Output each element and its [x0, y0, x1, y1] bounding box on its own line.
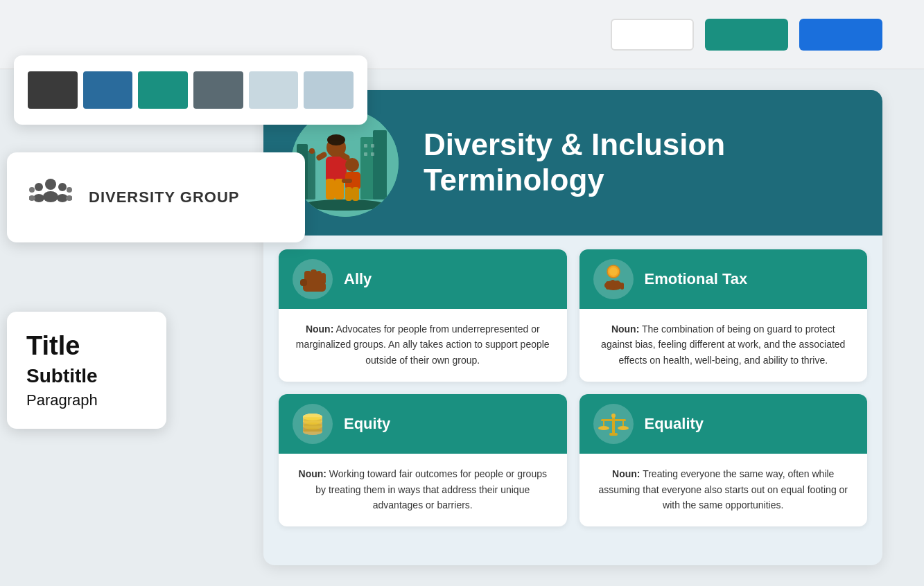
emotional-tax-card-header: Emotional Tax — [579, 249, 868, 309]
equality-term-label: Equality — [645, 415, 704, 433]
svg-rect-30 — [352, 187, 359, 201]
svg-point-6 — [29, 187, 35, 193]
presentation-title: Diversity & InclusionTerminology — [424, 127, 725, 197]
svg-rect-44 — [616, 281, 620, 290]
svg-point-2 — [35, 183, 43, 191]
svg-rect-31 — [342, 179, 352, 183]
svg-rect-61 — [609, 433, 618, 436]
diversity-group-panel: DIVERSITY GROUP — [7, 152, 305, 242]
chrome-button-white[interactable] — [611, 19, 694, 51]
emotional-tax-noun-label: Noun: — [611, 323, 639, 335]
ally-icon-circle — [293, 259, 333, 299]
svg-point-19 — [303, 199, 386, 211]
palette-swatch-2[interactable] — [83, 71, 133, 109]
equality-icon-circle — [593, 404, 634, 444]
svg-rect-45 — [620, 283, 624, 290]
equality-noun-label: Noun: — [612, 468, 640, 479]
main-presentation: Diversity & InclusionTerminology — [263, 90, 882, 565]
equity-noun-label: Noun: — [299, 468, 326, 479]
ally-card-header: Ally — [279, 249, 567, 309]
svg-rect-14 — [373, 130, 387, 199]
svg-rect-62 — [601, 419, 626, 421]
emotional-tax-card-body: Noun: The combination of being on guard … — [579, 309, 868, 382]
svg-rect-25 — [326, 179, 335, 199]
color-palette-panel — [14, 55, 367, 125]
diversity-group-label: DIVERSITY GROUP — [89, 188, 240, 206]
svg-rect-18 — [371, 152, 374, 156]
equity-card: Equity Noun: Working toward fair outcome… — [279, 394, 567, 526]
equity-icon-circle — [293, 404, 333, 444]
svg-rect-42 — [606, 281, 610, 290]
svg-point-1 — [43, 191, 58, 202]
svg-point-40 — [609, 267, 618, 276]
palette-swatch-1[interactable] — [28, 71, 78, 109]
equity-term-label: Equity — [344, 415, 390, 433]
ally-card-body: Noun: Advocates for people from underrep… — [279, 309, 567, 382]
title-text: Title — [26, 331, 147, 361]
emotional-tax-card: Emotional Tax Noun: The combination of b… — [579, 249, 868, 382]
svg-point-4 — [58, 183, 67, 191]
svg-rect-17 — [364, 152, 367, 156]
svg-rect-15 — [364, 144, 367, 148]
svg-rect-29 — [345, 187, 352, 201]
ally-noun-label: Noun: — [306, 323, 333, 335]
svg-point-0 — [45, 179, 56, 190]
ally-term-label: Ally — [344, 270, 372, 288]
svg-point-8 — [67, 187, 72, 193]
svg-point-59 — [303, 414, 322, 420]
equality-card-body: Noun: Treating everyone the same way, of… — [579, 454, 868, 526]
equality-card-header: Equality — [579, 394, 868, 454]
title-panel: Title Subtitle Paragraph — [7, 312, 166, 429]
svg-point-67 — [611, 414, 616, 418]
svg-point-21 — [327, 134, 345, 145]
subtitle-text: Subtitle — [26, 365, 147, 387]
svg-rect-60 — [612, 415, 615, 434]
header-illustration-circle — [291, 109, 399, 217]
svg-point-27 — [345, 158, 359, 172]
palette-swatch-5[interactable] — [249, 71, 299, 109]
palette-swatch-4[interactable] — [193, 71, 243, 109]
palette-swatch-6[interactable] — [304, 71, 354, 109]
svg-rect-16 — [371, 144, 374, 148]
palette-swatch-3[interactable] — [138, 71, 188, 109]
emotional-tax-icon-circle — [593, 259, 634, 299]
equity-card-body: Noun: Working toward fair outcomes for p… — [279, 454, 567, 526]
cards-grid: Ally Noun: Advocates for people from und… — [263, 236, 882, 540]
equity-card-header: Equity — [279, 394, 567, 454]
svg-point-32 — [309, 148, 315, 154]
ally-card: Ally Noun: Advocates for people from und… — [279, 249, 567, 382]
chrome-button-teal[interactable] — [705, 19, 788, 51]
svg-point-65 — [598, 426, 609, 430]
svg-rect-43 — [611, 280, 615, 290]
paragraph-text: Paragraph — [26, 391, 147, 409]
svg-point-66 — [618, 426, 629, 430]
emotional-tax-term-label: Emotional Tax — [645, 270, 748, 288]
diversity-group-icon — [29, 172, 72, 223]
svg-rect-38 — [300, 279, 307, 286]
chrome-button-blue[interactable] — [799, 19, 882, 51]
equality-card: Equality Noun: Treating everyone the sam… — [579, 394, 868, 526]
